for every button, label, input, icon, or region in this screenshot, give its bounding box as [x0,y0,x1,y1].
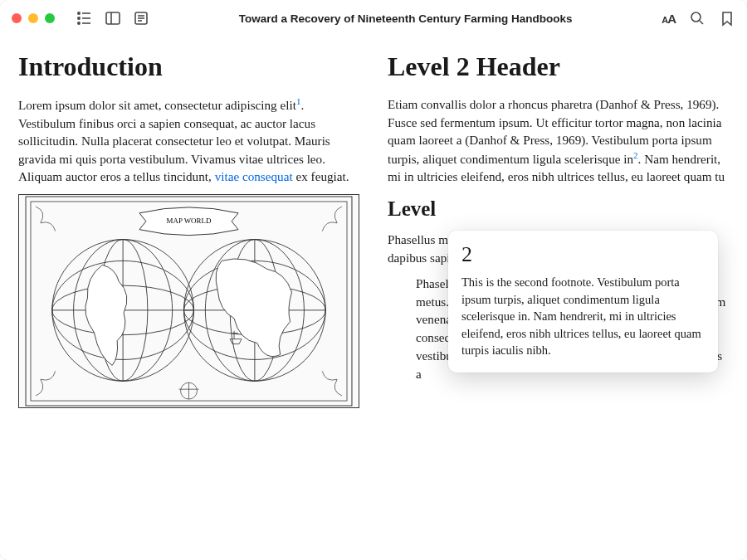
svg-point-0 [78,12,80,14]
heading-level2-a: Level 2 Header [388,51,729,82]
heading-level2-b: Level [388,197,729,221]
heading-introduction: Introduction [18,51,359,82]
toolbar: Toward a Recovery of Nineteenth Century … [0,0,747,37]
footnote-body: This is the second footnote. Vestibulum … [461,274,705,359]
toolbar-left-group [76,10,149,27]
sidebar-toggle-icon[interactable] [105,10,121,27]
text-run: ex feugiat. [293,169,349,183]
svg-point-4 [78,22,80,24]
svg-line-13 [700,21,703,24]
svg-text:MAP   WORLD: MAP WORLD [167,217,212,225]
svg-point-2 [78,17,80,19]
intro-paragraph: Lorem ipsum dolor sit amet, consectetur … [18,95,359,186]
text-run: Lorem ipsum dolor sit amet, consectetur … [18,98,296,112]
app-window: Toward a Recovery of Nineteenth Century … [0,0,747,560]
toolbar-right-group: AA [662,10,735,27]
bookmark-icon[interactable] [719,10,735,27]
notes-icon[interactable] [133,10,149,27]
left-column: Introduction Lorem ipsum dolor sit amet,… [18,51,359,542]
close-window-button[interactable] [12,13,22,23]
svg-rect-6 [106,12,120,24]
map-illustration: MAP WORLD [18,194,359,408]
document-title: Toward a Recovery of Nineteenth Century … [159,12,652,25]
minimize-window-button[interactable] [28,13,38,23]
footnote-popover: 2 This is the second footnote. Vestibulu… [448,231,718,373]
fullscreen-window-button[interactable] [45,13,55,23]
search-icon[interactable] [689,10,706,27]
link-vitae-consequat[interactable]: vitae consequat [215,169,293,183]
svg-point-12 [691,12,701,22]
footnote-number: 2 [461,242,705,267]
text-size-button[interactable]: AA [662,12,676,26]
para-r1: Etiam convallis dolor a rhoncus pharetra… [388,95,729,186]
toc-icon[interactable] [76,10,93,27]
window-controls [12,13,55,23]
page-content: Introduction Lorem ipsum dolor sit amet,… [0,37,747,560]
